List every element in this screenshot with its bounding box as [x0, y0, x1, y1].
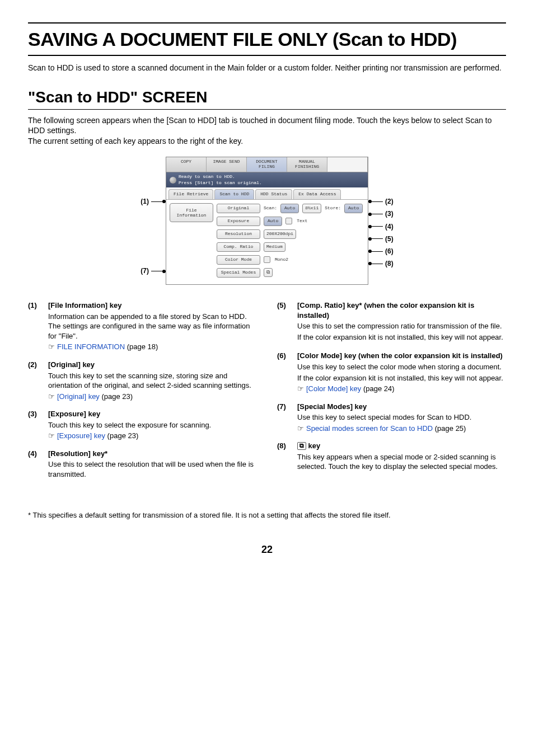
- item-2-para: Touch this key to set the scanning size,…: [48, 371, 257, 391]
- mono-icon: [264, 256, 270, 263]
- mode-tab-copy[interactable]: COPY: [166, 157, 207, 172]
- item-2-link[interactable]: [Original] key: [57, 392, 100, 401]
- comp-ratio-value: Medium: [264, 242, 285, 252]
- item-7-para: Use this key to select special modes for…: [297, 412, 506, 422]
- comp-ratio-row: Comp. Ratio Medium: [217, 242, 364, 252]
- item-1-para: Information can be appended to a file st…: [48, 312, 257, 341]
- resolution-value: 200X200dpi: [264, 229, 296, 239]
- subtab-file-retrieve[interactable]: File Retrieve: [168, 189, 213, 199]
- callout-8: (8): [368, 259, 394, 268]
- mode-tab-row: COPY IMAGE SEND DOCUMENT FILING MANUAL F…: [166, 157, 368, 172]
- item-4-title: [Resolution] key*: [48, 449, 257, 459]
- callout-1-label: (1): [140, 197, 149, 206]
- item-1: (1) [File Information] key Information c…: [28, 300, 257, 352]
- pointer-icon: ☞: [48, 431, 55, 440]
- item-1-link[interactable]: FILE INFORMATION: [57, 342, 125, 351]
- item-2-num: (2): [28, 360, 46, 401]
- item-8-num: (8): [277, 441, 295, 473]
- status-line2: Press [Start] to scan original.: [179, 180, 262, 185]
- callout-7-label: (7): [140, 266, 149, 275]
- footnote: * This specifies a default setting for t…: [28, 510, 506, 520]
- item-3-page: (page 23): [105, 431, 138, 440]
- mode-tab-manual-finishing[interactable]: MANUAL FINISHING: [287, 157, 327, 172]
- status-text: Ready to scan to HDD. Press [Start] to s…: [179, 174, 262, 186]
- item-2-page: (page 23): [100, 392, 133, 401]
- item-4-num: (4): [28, 449, 46, 481]
- sub-intro-line1: The following screen appears when the [S…: [28, 116, 492, 135]
- mode-tab-blank: [327, 157, 368, 172]
- item-6-link[interactable]: [Color Mode] key: [306, 384, 361, 393]
- pointer-icon: ☞: [297, 424, 304, 433]
- sub-intro: The following screen appears when the [S…: [28, 115, 506, 147]
- item-1-num: (1): [28, 300, 46, 352]
- item-8-title: ⧉ key: [297, 441, 506, 451]
- item-1-ref: ☞FILE INFORMATION (page 18): [48, 342, 257, 352]
- item-4-para: Use this to select the resolution that w…: [48, 459, 257, 479]
- callout-7: (7): [140, 266, 166, 275]
- pointer-icon: ☞: [48, 342, 55, 351]
- item-5: (5) [Comp. Ratio] key* (when the color e…: [277, 300, 506, 343]
- settings-rows: Original Scan: Auto 8½x11 Store: Auto Ex…: [217, 203, 364, 278]
- right-column: (5) [Comp. Ratio] key* (when the color e…: [277, 300, 506, 488]
- item-7-link[interactable]: Special modes screen for Scan to HDD: [306, 424, 433, 433]
- resolution-key[interactable]: Resolution: [217, 229, 260, 239]
- item-6-ref: ☞[Color Mode] key (page 24): [297, 384, 506, 394]
- text-icon: [285, 218, 292, 224]
- file-information-key[interactable]: File Information: [170, 203, 213, 222]
- mode-tab-image-send[interactable]: IMAGE SEND: [207, 157, 247, 172]
- section-title: "Scan to HDD" SCREEN: [28, 87, 506, 110]
- exposure-auto[interactable]: Auto: [264, 217, 282, 226]
- item-7-page: (page 25): [433, 424, 466, 433]
- callout-3-leader: [372, 214, 383, 214]
- mode-tab-doc-filing[interactable]: DOCUMENT FILING: [247, 157, 287, 172]
- subtab-row: File Retrieve Scan to HDD HDD Status Ex …: [166, 187, 368, 199]
- item-1-page: (page 18): [125, 342, 158, 351]
- callout-3: (3): [368, 209, 394, 218]
- callout-8-label: (8): [385, 259, 394, 268]
- original-row: Original Scan: Auto 8½x11 Store: Auto: [217, 203, 364, 213]
- item-3: (3) [Exposure] key Touch this key to sel…: [28, 409, 257, 441]
- subtab-ex-data-access[interactable]: Ex Data Access: [293, 189, 341, 199]
- scan-size[interactable]: 8½x11: [302, 204, 321, 213]
- item-7-ref: ☞Special modes screen for Scan to HDD (p…: [297, 424, 506, 434]
- scan-auto[interactable]: Auto: [280, 204, 299, 213]
- callout-5-leader: [372, 238, 383, 239]
- color-mode-key[interactable]: Color Mode: [217, 255, 260, 265]
- item-2: (2) [Original] key Touch this key to set…: [28, 360, 257, 401]
- comp-ratio-key[interactable]: Comp. Ratio: [217, 242, 260, 252]
- scan-label: Scan:: [264, 205, 277, 212]
- item-2-ref: ☞[Original] key (page 23): [48, 392, 257, 402]
- item-8-para: This key appears when a special mode or …: [297, 452, 506, 472]
- item-3-para: Touch this key to select the exposure fo…: [48, 420, 257, 430]
- special-modes-review-key[interactable]: ⧉: [264, 268, 273, 277]
- subtab-hdd-status[interactable]: HDD Status: [255, 189, 292, 199]
- item-3-title: [Exposure] key: [48, 409, 257, 419]
- review-key-glyph: ⧉: [297, 442, 306, 450]
- callout-2-label: (2): [385, 197, 394, 206]
- exposure-text-label: Text: [297, 218, 307, 224]
- intro-para: Scan to HDD is used to store a scanned d…: [28, 63, 506, 73]
- item-3-link[interactable]: [Exposure] key: [57, 431, 105, 440]
- original-key[interactable]: Original: [217, 204, 260, 213]
- review-icon: ⧉: [266, 270, 270, 275]
- scan-to-hdd-panel: COPY IMAGE SEND DOCUMENT FILING MANUAL F…: [166, 157, 368, 285]
- left-column: (1) [File Information] key Information c…: [28, 300, 257, 488]
- exposure-key[interactable]: Exposure: [217, 217, 260, 226]
- special-modes-key[interactable]: Special Modes: [217, 268, 260, 278]
- callout-7-leader: [151, 271, 162, 271]
- item-5-para2: If the color expansion kit is not instal…: [297, 332, 506, 342]
- callout-2-leader: [372, 201, 383, 202]
- callout-5-label: (5): [385, 234, 394, 243]
- item-7-title: [Special Modes] key: [297, 402, 506, 412]
- item-1-title: [File Information] key: [48, 300, 257, 311]
- item-6: (6) [Color Mode] key (when the color exp…: [277, 351, 506, 393]
- right-callouts: (2) (3) (4) (5) (6): [368, 157, 394, 285]
- subtab-scan-to-hdd[interactable]: Scan to HDD: [214, 189, 254, 199]
- item-6-title: [Color Mode] key (when the color expansi…: [297, 351, 506, 361]
- store-auto[interactable]: Auto: [344, 204, 363, 213]
- item-3-ref: ☞[Exposure] key (page 23): [48, 431, 257, 441]
- resolution-row: Resolution 200X200dpi: [217, 229, 364, 239]
- status-line1: Ready to scan to HDD.: [179, 174, 235, 179]
- item-2-title: [Original] key: [48, 360, 257, 370]
- item-7: (7) [Special Modes] key Use this key to …: [277, 402, 506, 434]
